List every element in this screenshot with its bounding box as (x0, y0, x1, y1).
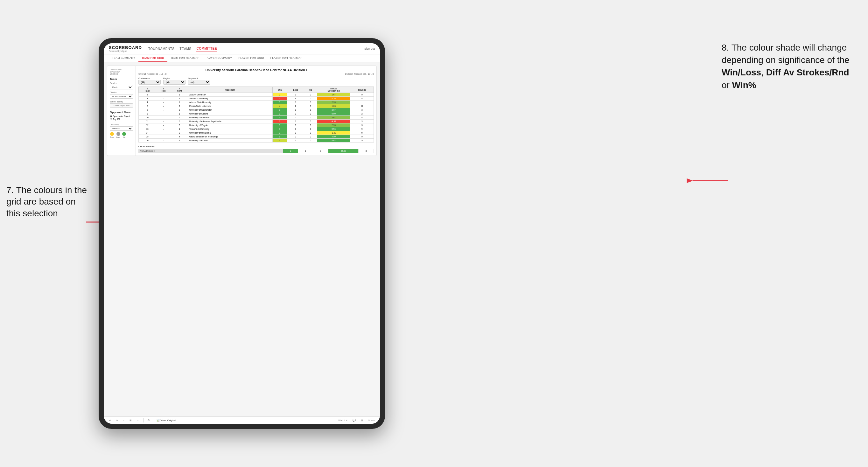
cell-loss: 4 (287, 97, 304, 100)
cell-loss: 2 (287, 104, 304, 108)
redo-btn[interactable]: ↪ (115, 418, 120, 423)
opponent-view-title: Opponent View (110, 111, 133, 114)
cell-tie: 0 (304, 97, 317, 100)
radio-circle-2 (110, 118, 112, 120)
grid-title: University of North Carolina Head-to-Hea… (138, 68, 374, 72)
school-value: 1. University of Nort... (110, 103, 133, 107)
cell-diff: 9.00 (317, 112, 350, 116)
toolbar-sep-1 (143, 418, 144, 423)
subnav-player-h2h-grid[interactable]: PLAYER H2H GRID (235, 54, 267, 62)
up-dot (122, 132, 126, 136)
cell-tie: 0 (304, 116, 317, 120)
col-reg: #Reg (156, 87, 171, 93)
cell-diff: 3.67 (317, 108, 350, 112)
cell-rank: 8 (139, 108, 156, 112)
cell-team: University of Virginia (188, 123, 272, 127)
radio-top100[interactable]: Top 100 (110, 118, 133, 120)
cell-diff: 5.56 (317, 127, 350, 131)
nav-committee[interactable]: COMMITTEE (196, 45, 217, 52)
cell-rank: 9 (139, 112, 156, 116)
conference-filter: Conference (All) (138, 77, 161, 85)
cell-conf: 4 (171, 135, 188, 139)
cell-rounds: 9 (350, 139, 374, 143)
cell-win: 5 (272, 135, 287, 139)
cell-rounds: 9 (350, 135, 374, 139)
back-btn[interactable]: ‹ (122, 418, 126, 423)
cell-reg: - (156, 97, 171, 100)
cell-conf: 5 (171, 116, 188, 120)
subnav-player-summary[interactable]: PLAYER SUMMARY (203, 54, 235, 62)
out-of-division-label: Out of division (138, 145, 374, 148)
cell-rounds: 8 (350, 116, 374, 120)
annotation-right: 8. The colour shade will change dependin… (722, 41, 855, 91)
cell-diff: -1.00 (317, 131, 350, 135)
dashboard-panel: Last Updated: 27/03/2024 16:55:38 Team G… (107, 65, 377, 156)
cell-conf: 3 (171, 123, 188, 127)
cell-team: Texas Tech University (188, 127, 272, 131)
table-row: 11 - 6 University of Arkansas, Fayettevi… (139, 120, 374, 123)
cell-reg: - (156, 135, 171, 139)
cell-reg: - (156, 116, 171, 120)
subnav-team-h2h-grid[interactable]: TEAM H2H GRID (138, 54, 167, 62)
undo-btn[interactable]: ↩ (107, 418, 112, 423)
cell-tie: 0 (304, 135, 317, 139)
col-opponent: Opponent (188, 87, 272, 93)
conference-select[interactable]: (All) (138, 80, 161, 85)
sign-out[interactable]: Sign out (361, 47, 375, 50)
cell-diff: 4.50 (317, 135, 350, 139)
dot-up: Up (122, 132, 126, 138)
watch-btn[interactable]: Watch ▾ (337, 418, 349, 423)
ood-loss: 0 (298, 149, 313, 153)
tablet-frame: SCOREBOARD Powered by clippd TOURNAMENTS… (99, 38, 385, 429)
cell-tie: 0 (304, 139, 317, 143)
more-btn[interactable]: ⋯ (135, 418, 141, 423)
cell-loss: 0 (287, 127, 304, 131)
gender-select[interactable]: Men's (110, 85, 133, 89)
nav-items: TOURNAMENTS TEAMS COMMITTEE (148, 45, 217, 52)
copy-btn[interactable]: ⊞ (128, 418, 133, 423)
annotation-left: 7. The colours in the grid are based on … (6, 185, 89, 219)
col-diff-av: Diff AvStrokes/Rnd (317, 87, 350, 93)
cell-reg: - (156, 104, 171, 108)
gender-label: Gender (110, 82, 133, 84)
cell-loss: 1 (287, 100, 304, 104)
nav-tournaments[interactable]: TOURNAMENTS (148, 46, 175, 52)
cell-win: 0 (272, 97, 287, 100)
cell-conf: 1 (171, 93, 188, 97)
opponent-view-section: Opponent View Opponents Played Top 100 (110, 111, 133, 120)
cell-tie: 0 (304, 127, 317, 131)
cell-rank: 3 (139, 97, 156, 100)
opponent-select[interactable]: (All) (188, 80, 210, 85)
table-row: 9 - 1 University of Arizona 1 0 0 9.00 2 (139, 112, 374, 116)
grid-btn[interactable]: ⊞ (360, 418, 364, 423)
subnav-team-summary[interactable]: TEAM SUMMARY (109, 54, 138, 62)
cell-win: 3 (272, 116, 287, 120)
colour-by-select[interactable]: Win/loss (110, 126, 133, 131)
subnav-team-h2h-heatmap[interactable]: TEAM H2H HEATMAP (167, 54, 203, 62)
subnav-player-h2h-heatmap[interactable]: PLAYER H2H HEATMAP (267, 54, 306, 62)
radio-opponents-played[interactable]: Opponents Played (110, 115, 133, 117)
share-btn[interactable]: Share (367, 418, 376, 423)
table-row: 14 - 0 University of Oklahoma 3 0 0 -1.0… (139, 131, 374, 135)
ood-rounds: 3 (359, 149, 374, 153)
table-row: 13 - 1 Texas Tech University 3 0 0 5.56 … (139, 127, 374, 131)
comment-btn[interactable]: 💬 (351, 418, 357, 423)
cell-win: 2 (272, 93, 287, 97)
cell-rounds: 9 (350, 127, 374, 131)
cell-loss: 0 (287, 135, 304, 139)
clock-btn[interactable]: ⏱ (146, 418, 151, 423)
ood-tie: 0 (313, 149, 328, 153)
region-select[interactable]: (All) (163, 80, 186, 85)
nav-teams[interactable]: TEAMS (180, 46, 191, 52)
cell-rounds: 9 (350, 93, 374, 97)
cell-conf: 1 (171, 100, 188, 104)
division-select[interactable]: NCAA Division I (110, 94, 133, 99)
cell-rounds: 2 (350, 112, 374, 116)
cell-rank: 13 (139, 127, 156, 131)
cell-team: University of Florida (188, 139, 272, 143)
ood-division: NCAA Division II (139, 149, 283, 153)
opponent-view-radio-group: Opponents Played Top 100 (110, 115, 133, 120)
cell-team: Auburn University (188, 93, 272, 97)
col-rank: #Rank (139, 87, 156, 93)
cell-win: 3 (272, 127, 287, 131)
